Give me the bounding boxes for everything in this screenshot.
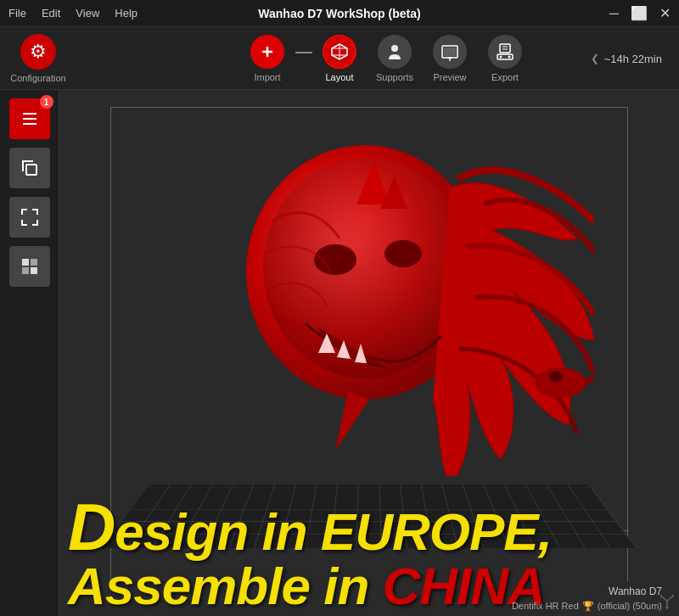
svg-marker-36 xyxy=(584,374,594,387)
svg-rect-8 xyxy=(444,48,456,56)
timer-arrow: ❮ xyxy=(591,53,599,64)
timer-display: ❮ ~14h 22min xyxy=(591,52,662,64)
export-label: Export xyxy=(491,72,519,82)
grid-layout-button[interactable] xyxy=(9,246,50,287)
toolbar: ⚙ Configuration Import Layout xyxy=(0,27,679,90)
viewport[interactable]: Design in EUROPE, Assemble in CHINA Wanh… xyxy=(59,90,679,616)
3d-model-container xyxy=(144,107,637,506)
supports-icon xyxy=(378,35,412,69)
configuration-button[interactable]: ⚙ Configuration xyxy=(8,34,68,83)
supports-tool[interactable]: Supports xyxy=(368,30,423,87)
menu-help[interactable]: Help xyxy=(115,7,137,20)
timer-value: ~14h 22min xyxy=(604,52,662,64)
maximize-button[interactable]: ⬜ xyxy=(631,7,648,20)
svg-marker-43 xyxy=(665,607,669,609)
svg-rect-22 xyxy=(31,259,37,266)
menu-bar: File Edit View Help xyxy=(8,7,137,20)
material-name: Dentifix HR Red xyxy=(512,599,579,613)
toolbar-connector xyxy=(295,52,312,53)
orientation-icon xyxy=(659,592,676,609)
close-button[interactable]: ✕ xyxy=(659,7,671,20)
export-tool[interactable]: Export xyxy=(478,30,533,87)
svg-line-38 xyxy=(667,596,674,601)
printer-name: Wanhao D7 xyxy=(512,584,662,599)
demon-head-model xyxy=(187,137,594,476)
title-bar: File Edit View Help Wanhao D7 WorkShop (… xyxy=(0,0,679,27)
print-settings: Dentifix HR Red 🏆 (official) (50um) xyxy=(512,599,662,613)
svg-point-35 xyxy=(535,367,586,398)
svg-point-6 xyxy=(391,45,398,52)
svg-line-39 xyxy=(660,596,667,601)
window-title: Wanhao D7 WorkShop (beta) xyxy=(258,7,420,20)
printer-info: Wanhao D7 Dentifix HR Red 🏆 (official) (… xyxy=(512,584,662,613)
minimize-button[interactable]: ─ xyxy=(609,7,619,20)
svg-rect-24 xyxy=(31,267,37,274)
import-label: Import xyxy=(254,72,280,82)
copy-button[interactable] xyxy=(9,148,50,188)
import-icon xyxy=(250,35,284,69)
supports-label: Supports xyxy=(376,72,413,82)
list-button[interactable]: 1 xyxy=(9,98,50,139)
watermark-d-letter: D xyxy=(68,490,115,564)
svg-rect-21 xyxy=(22,259,29,266)
toolbar-center: Import Layout S xyxy=(68,30,671,87)
svg-point-12 xyxy=(500,55,502,58)
config-icon: ⚙ xyxy=(20,34,56,70)
svg-point-30 xyxy=(314,244,356,275)
config-label: Configuration xyxy=(10,73,65,83)
layout-label: Layout xyxy=(325,72,353,82)
menu-edit[interactable]: Edit xyxy=(42,7,60,20)
svg-rect-20 xyxy=(26,165,36,175)
left-sidebar: 1 xyxy=(0,90,59,616)
expand-button[interactable] xyxy=(9,197,50,238)
menu-file[interactable]: File xyxy=(8,7,26,20)
list-badge: 1 xyxy=(40,95,53,109)
settings-value: (official) (50um) xyxy=(598,599,662,613)
window-controls: ─ ⬜ ✕ xyxy=(609,7,671,20)
import-tool[interactable]: Import xyxy=(240,30,295,87)
svg-point-31 xyxy=(384,240,422,267)
menu-view[interactable]: View xyxy=(76,7,99,20)
layout-tool[interactable]: Layout xyxy=(312,30,368,87)
material-icon: 🏆 xyxy=(582,599,594,613)
preview-tool[interactable]: Preview xyxy=(423,30,478,87)
watermark-line2-prefix: Assemble in xyxy=(68,557,382,615)
export-icon xyxy=(488,35,522,69)
svg-rect-23 xyxy=(22,267,29,274)
svg-rect-14 xyxy=(500,44,510,53)
preview-label: Preview xyxy=(433,72,466,82)
layout-icon xyxy=(323,35,356,69)
preview-icon xyxy=(433,35,467,69)
svg-marker-29 xyxy=(335,391,369,451)
svg-point-13 xyxy=(508,55,511,58)
svg-point-37 xyxy=(549,371,563,383)
